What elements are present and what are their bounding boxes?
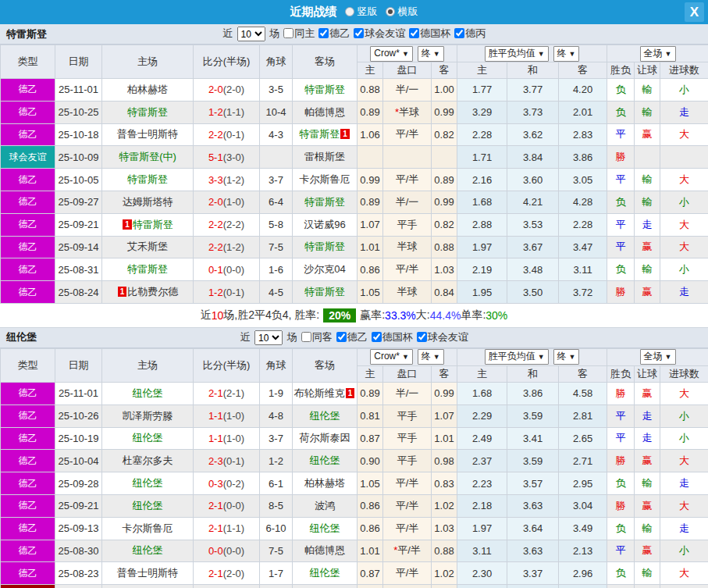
halftime-score: (2-0): [223, 568, 244, 579]
result-handicap: 輸: [635, 517, 660, 540]
odds-source-dropdown[interactable]: 终▼: [418, 46, 444, 62]
close-icon[interactable]: X: [685, 2, 704, 22]
away-team-name[interactable]: 汉诺威96: [304, 219, 345, 230]
odds-away: 0.82: [432, 585, 457, 588]
league-checkbox-0[interactable]: [318, 28, 329, 38]
odds-away: 0.88: [432, 540, 457, 562]
same-venue-checkbox[interactable]: [283, 28, 294, 38]
games-count-select[interactable]: 10: [254, 330, 283, 345]
home-team-name[interactable]: 凯泽斯劳滕: [123, 410, 173, 422]
home-team-name[interactable]: 纽伦堡: [133, 477, 163, 489]
league-checkbox-2[interactable]: [417, 332, 427, 342]
score-cell: 2-0(1-0): [194, 191, 260, 213]
league-checkbox-1[interactable]: [372, 332, 382, 342]
away-team-name[interactable]: 波鸿: [315, 500, 335, 511]
column-header: 客场: [293, 348, 358, 382]
home-team-name[interactable]: 纽伦堡: [133, 387, 163, 399]
away-team-name[interactable]: 布轮斯维克: [294, 387, 345, 399]
layout-radio-0[interactable]: 竖版: [345, 5, 378, 19]
odds-line: 平/半: [383, 472, 432, 495]
corner-cell: 10-4: [260, 101, 293, 123]
avg-home: 2.28: [457, 123, 507, 146]
corner-cell: [260, 146, 293, 169]
radio-label: 竖版: [358, 5, 378, 19]
games-count-select[interactable]: 10: [237, 27, 265, 41]
home-team-name[interactable]: 纽伦堡: [133, 500, 163, 511]
league-checkbox-2[interactable]: [409, 28, 419, 38]
away-team-name[interactable]: 特雷斯登: [304, 241, 345, 252]
home-team-name[interactable]: 普鲁士明斯特: [117, 567, 178, 579]
home-team-name[interactable]: 特雷斯登: [127, 173, 168, 185]
odds-source-dropdown[interactable]: 终▼: [418, 349, 444, 365]
league-type-cell: 德乙: [1, 562, 55, 585]
column-header: 角球: [260, 45, 293, 79]
home-team-name[interactable]: 特雷斯登(中): [119, 151, 176, 162]
odds-source-dropdown[interactable]: Crow*▼: [370, 46, 413, 62]
away-team-name[interactable]: 特雷斯登: [304, 286, 345, 298]
odds-source-dropdown[interactable]: 胜平负均值▼: [485, 349, 549, 365]
away-team-name[interactable]: 雷根斯堡: [304, 151, 345, 162]
team-filter-bar: 纽伦堡近 10 场同客德乙德国杯球会友谊: [0, 328, 708, 348]
result-handicap: 赢: [635, 281, 660, 304]
league-checkbox-1[interactable]: [354, 28, 364, 38]
away-team-name[interactable]: 卡尔斯鲁厄: [300, 173, 350, 185]
home-team-name[interactable]: 比勒费尔德: [127, 286, 178, 298]
away-team-name[interactable]: 纽伦堡: [310, 522, 340, 534]
home-team-name[interactable]: 达姆斯塔特: [123, 196, 173, 208]
result-outcome: 负: [607, 258, 635, 281]
odds-line: *平/半: [383, 540, 432, 562]
score-cell: 1-1(1-0): [194, 404, 260, 427]
league-checkbox-3[interactable]: [454, 28, 464, 38]
away-team-name[interactable]: 纽伦堡: [310, 454, 340, 466]
league-type-cell: 德乙: [1, 540, 55, 562]
avg-away: 2.81: [559, 404, 607, 427]
odds-source-dropdown[interactable]: 胜平负均值▼: [485, 46, 549, 62]
away-team-name[interactable]: 柏林赫塔: [304, 477, 345, 489]
same-venue-checkbox[interactable]: [301, 332, 311, 342]
away-team-name[interactable]: 特雷斯登: [299, 128, 340, 140]
odds-source-dropdown[interactable]: 全场▼: [640, 46, 676, 62]
away-team-name[interactable]: 纽伦堡: [310, 410, 340, 422]
odds-source-dropdown[interactable]: 终▼: [553, 46, 580, 62]
layout-radio-1[interactable]: 横版: [386, 5, 418, 19]
away-team-name[interactable]: 特雷斯登: [304, 84, 345, 95]
odds-source-dropdown[interactable]: Crow*▼: [370, 349, 413, 365]
sub-column-header: 主: [358, 365, 383, 382]
home-team-name[interactable]: 普鲁士明斯特: [117, 128, 178, 140]
filter-suffix-label: 场: [269, 27, 279, 39]
away-team-name[interactable]: 沙尔克04: [304, 263, 345, 275]
result-handicap: 輸: [635, 101, 660, 123]
result-outcome: 负: [607, 472, 635, 495]
league-checkbox-0[interactable]: [336, 332, 347, 342]
odds-source-dropdown[interactable]: 终▼: [553, 349, 580, 365]
home-team-name[interactable]: 柏林赫塔: [127, 84, 168, 95]
sub-column-header: 让球: [635, 365, 660, 382]
home-team-name[interactable]: 卡尔斯鲁厄: [123, 522, 173, 534]
match-date: 25-08-30: [55, 540, 102, 562]
odds-source-dropdown[interactable]: 全场▼: [640, 349, 676, 365]
halftime-score: (2-1): [223, 387, 244, 399]
avg-away: 2.13: [559, 540, 607, 562]
home-team-name[interactable]: 杜塞尔多夫: [123, 454, 173, 466]
result-goals: 大: [660, 494, 708, 517]
away-team-name[interactable]: 特雷斯登: [304, 196, 345, 208]
result-outcome: 平: [607, 585, 635, 588]
sub-column-header: 胜负: [607, 62, 635, 79]
home-team-name[interactable]: 特雷斯登: [127, 263, 168, 275]
away-team-name[interactable]: 纽伦堡: [310, 567, 340, 579]
home-team-name[interactable]: 纽伦堡: [133, 432, 163, 444]
match-row: 德乙25-10-25特雷斯登1-2(1-1)10-4帕德博恩0.89*半球0.9…: [1, 101, 708, 123]
home-team-name[interactable]: 特雷斯登: [133, 219, 173, 230]
result-handicap: 輸: [635, 258, 660, 281]
halftime-score: (0-0): [223, 545, 244, 557]
away-team-cell: 特雷斯登: [293, 281, 358, 304]
result-handicap: 走: [635, 404, 660, 427]
home-team-name[interactable]: 艾禾斯堡: [127, 241, 168, 252]
home-team-name[interactable]: 特雷斯登: [127, 106, 168, 118]
odds-away: 0.99: [432, 101, 457, 123]
away-team-name[interactable]: 帕德博恩: [304, 106, 345, 118]
column-header: 类型: [1, 45, 55, 79]
away-team-name[interactable]: 帕德博恩: [304, 544, 345, 556]
away-team-name[interactable]: 荷尔斯泰因: [300, 432, 350, 444]
home-team-name[interactable]: 纽伦堡: [133, 544, 163, 556]
